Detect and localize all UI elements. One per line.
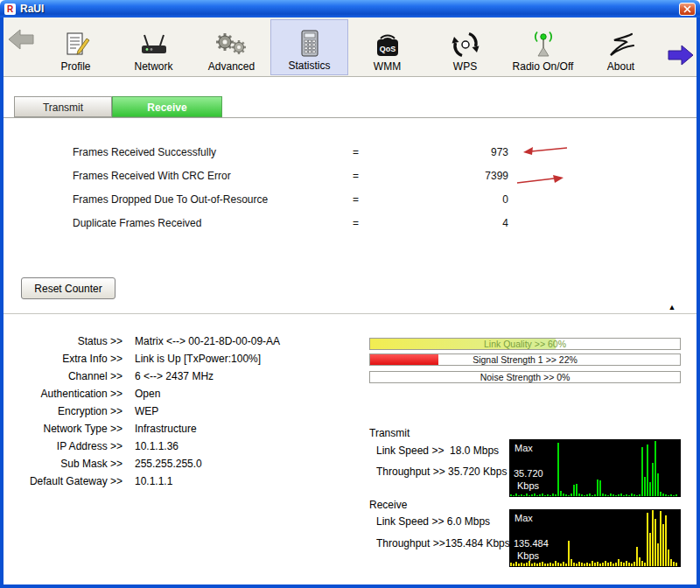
chart-bar — [639, 494, 640, 496]
stat-row-crc-error: Frames Received With CRC Error = 7399 — [0, 170, 700, 186]
toolbar-button-profile[interactable]: Profile — [37, 19, 115, 75]
signal-strength-text: Signal Strength 1 >> 22% — [370, 354, 680, 365]
chart-bar — [578, 494, 580, 496]
stat-equals: = — [353, 193, 359, 206]
toolbar-label-statistics: Statistics — [288, 60, 330, 72]
status-label: Status >> — [7, 335, 122, 347]
forward-button[interactable] — [667, 44, 695, 70]
chart-bar — [631, 494, 633, 496]
rx-chart-max-value: 135.484 — [514, 538, 549, 549]
chart-bar — [623, 563, 625, 566]
reset-counter-button[interactable]: Reset Counter — [21, 277, 116, 299]
annotation-arrow-left — [522, 144, 569, 158]
tx-chart-max-unit: Kbps — [517, 480, 539, 491]
stat-row-dropped: Frames Dropped Due To Out-of-Resource = … — [0, 193, 700, 209]
signal-strength-bar: Signal Strength 1 >> 22% — [369, 354, 681, 366]
toolbar-label-wmm: WMM — [374, 60, 401, 73]
advanced-gears-icon — [214, 26, 249, 60]
chart-bar — [528, 495, 530, 496]
chart-bar — [550, 495, 551, 496]
chart-bar — [641, 561, 643, 566]
chart-bar — [649, 533, 651, 566]
chart-bar — [584, 495, 585, 496]
chart-bar — [652, 510, 654, 566]
chart-bar — [578, 562, 580, 566]
link-quality-text: Link Quality >> 60% — [370, 339, 680, 349]
chart-bar — [531, 564, 533, 566]
toolbar-buttons: Profile Network — [37, 19, 660, 75]
status-value: Matrix <--> 00-21-8D-00-09-AA — [135, 335, 280, 347]
chart-bar — [620, 562, 622, 566]
window-frame-bottom — [0, 584, 700, 588]
chart-bar — [634, 562, 635, 566]
noise-strength-text: Noise Strength >> 0% — [370, 372, 680, 382]
chart-bar — [641, 447, 643, 496]
toolbar-button-wmm[interactable]: QoS WMM — [348, 19, 426, 75]
chart-bar — [565, 494, 567, 496]
tab-bar: Transmit Receive — [4, 96, 696, 118]
stat-label: Duplicate Frames Received — [73, 217, 201, 229]
chart-bar — [589, 564, 591, 566]
toolbar-button-wps[interactable]: WPS — [426, 19, 504, 75]
radio-antenna-icon — [530, 26, 556, 60]
chart-bar — [568, 541, 570, 566]
titlebar[interactable]: R RaUI — [0, 0, 700, 18]
stat-row-frames-received: Frames Received Successfully = 973 — [0, 146, 700, 162]
chart-bar — [610, 494, 612, 496]
status-label: Extra Info >> — [7, 353, 122, 365]
toolbar-button-radio[interactable]: Radio On/Off — [504, 19, 582, 75]
chart-bar — [665, 515, 667, 566]
stat-value: 0 — [403, 193, 508, 206]
back-button[interactable] — [7, 28, 35, 54]
statistics-calculator-icon — [296, 25, 324, 59]
tab-transmit[interactable]: Transmit — [14, 96, 112, 117]
stat-row-duplicate: Duplicate Frames Received = 4 — [0, 217, 700, 233]
receive-chart: Max 135.484 Kbps — [509, 509, 681, 567]
transmit-throughput: Throughput >> 35.720 Kbps — [376, 466, 507, 478]
chart-bar — [552, 494, 554, 496]
toolbar-label-profile: Profile — [60, 60, 90, 73]
noise-strength-bar: Noise Strength >> 0% — [369, 371, 681, 383]
tab-receive[interactable]: Receive — [112, 96, 222, 117]
toolbar-label-radio: Radio On/Off — [513, 60, 574, 73]
chart-bar — [550, 563, 551, 566]
chart-bar — [531, 494, 533, 496]
app-icon: R — [4, 4, 16, 15]
back-arrow-icon — [7, 28, 35, 51]
status-value: Open — [135, 388, 160, 400]
toolbar-button-advanced[interactable]: Advanced — [192, 19, 270, 75]
chart-bar — [544, 495, 546, 496]
chart-bar — [654, 441, 656, 496]
chart-bar — [599, 564, 601, 566]
status-value: Infrastructure — [135, 423, 197, 435]
chart-bar — [605, 561, 606, 566]
chart-bar — [586, 563, 588, 566]
chart-bar — [607, 563, 609, 566]
toolbar-button-network[interactable]: Network — [115, 19, 192, 75]
chart-bar — [636, 547, 638, 566]
profile-icon — [60, 26, 92, 60]
close-button[interactable] — [679, 3, 696, 16]
chart-bar — [518, 495, 520, 496]
chart-bar — [573, 563, 575, 566]
chart-bar — [536, 495, 538, 496]
chart-bar — [557, 443, 559, 496]
wps-icon — [451, 26, 480, 60]
collapse-panel-button[interactable]: ▲ — [649, 302, 695, 313]
chart-bar — [628, 563, 630, 566]
chart-bar — [676, 494, 677, 496]
stat-equals: = — [353, 146, 359, 158]
toolbar-button-statistics[interactable]: Statistics — [270, 19, 348, 75]
chart-bar — [660, 492, 662, 496]
chart-bar — [644, 563, 646, 566]
toolbar-button-about[interactable]: About — [582, 19, 660, 75]
rx-chart-max-label: Max — [514, 513, 533, 523]
status-label: Network Type >> — [7, 423, 122, 435]
chart-bar — [662, 524, 664, 566]
receive-link-speed: Link Speed >> 6.0 Mbps — [376, 515, 490, 528]
stat-equals: = — [353, 170, 359, 182]
receive-section-label: Receive — [369, 499, 407, 511]
status-value: Link is Up [TxPower:100%] — [135, 353, 261, 365]
transmit-section-label: Transmit — [369, 427, 410, 439]
chart-bar — [618, 494, 620, 496]
